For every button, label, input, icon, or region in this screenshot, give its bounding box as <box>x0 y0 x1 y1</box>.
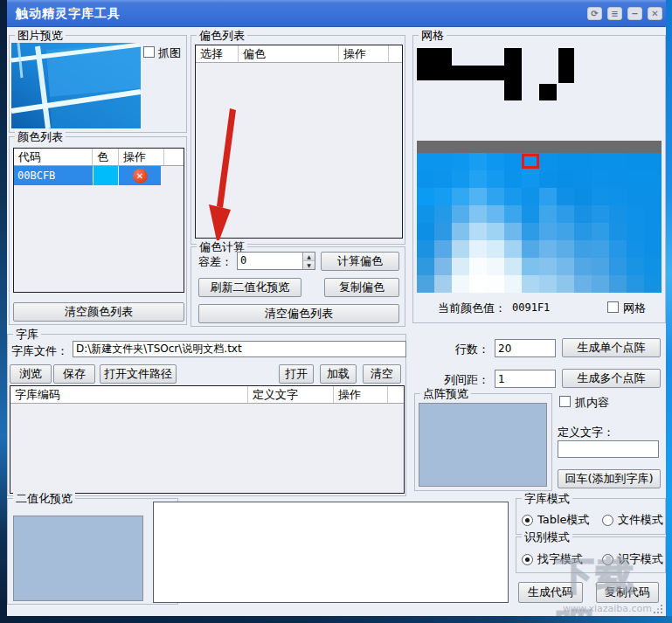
group-offcolor-list: 偏色列表 选择 偏色 操作 <box>191 35 405 245</box>
refresh-binary-button[interactable]: 刷新二值化预览 <box>198 278 301 297</box>
spin-down-icon[interactable]: ▼ <box>303 261 315 269</box>
group-offcolor-calc: 偏色计算 容差： 0 ▲ ▼ 计算偏色 刷新二值化预览 复制偏色 清空偏色列表 <box>191 246 405 327</box>
group-image-preview: 图片预览 抓图 <box>9 35 187 133</box>
current-color-label: 当前颜色值： <box>438 301 506 316</box>
glyph-pixel-block <box>417 48 452 66</box>
desktop-edge-left <box>0 0 7 623</box>
radio-icon <box>602 515 613 526</box>
col-header-op: 操作 <box>339 45 389 62</box>
color-swatch <box>93 166 119 185</box>
grab-content-label: 抓内容 <box>575 395 609 411</box>
radio-label: 识字模式 <box>618 551 663 567</box>
radio-table-mode[interactable]: Table模式 <box>522 512 590 528</box>
radio-ocr-mode[interactable]: 识字模式 <box>602 551 663 567</box>
load-button[interactable]: 加载 <box>320 364 357 384</box>
generate-code-button[interactable]: 生成代码 <box>518 582 583 603</box>
resize-grip[interactable] <box>652 603 654 605</box>
col-header-filler <box>389 45 402 62</box>
tolerance-value: 0 <box>240 254 246 267</box>
color-row[interactable]: 00BCFB ✕ <box>14 166 161 185</box>
recog-mode-label: 识别模式 <box>522 530 572 543</box>
glyph-pixel-block <box>504 48 522 100</box>
calc-offcolor-button[interactable]: 计算偏色 <box>321 252 399 271</box>
menu-icon[interactable]: ≡ <box>607 7 622 20</box>
tolerance-spinner[interactable]: 0 ▲ ▼ <box>237 252 315 270</box>
tolerance-label: 容差： <box>198 254 232 270</box>
lib-mode-label: 字库模式 <box>522 492 572 505</box>
screen: 触动精灵字库工具 ⟳ ≡ − ✕ 图片预览 <box>0 0 672 623</box>
open-button[interactable]: 打开 <box>279 364 314 384</box>
group-color-list: 颜色列表 代码 色 操作 00BCFB ✕ 清空颜色列表 <box>9 136 187 325</box>
clear-color-list-button[interactable]: 清空颜色列表 <box>13 302 184 322</box>
gap-label: 列间距： <box>419 372 489 388</box>
col-header-offcolor: 偏色 <box>239 45 339 62</box>
group-font-lib: 字库 字库文件： 浏览 保存 打开文件路径 打开 加载 清空 字库编码 定义文字… <box>7 334 406 496</box>
glyph-pixel-block <box>417 66 505 80</box>
image-preview-label: 图片预览 <box>15 29 66 42</box>
minimize-icon[interactable]: − <box>627 7 642 20</box>
gap-input[interactable] <box>495 370 556 388</box>
group-lib-mode: 字库模式 Table模式 文件模式 <box>516 498 666 535</box>
grid-checkbox[interactable] <box>607 301 619 313</box>
radio-find-text-mode[interactable]: 找字模式 <box>522 551 583 567</box>
color-table: 代码 色 操作 00BCFB ✕ <box>13 148 184 293</box>
col-header-font-code: 字库编码 <box>10 386 248 403</box>
pixel-zoom-grid[interactable] <box>417 153 662 293</box>
copy-offcolor-button[interactable]: 复制偏色 <box>324 278 399 297</box>
binary-preview-box <box>13 516 143 601</box>
col-header-filler <box>164 149 184 165</box>
image-preview[interactable] <box>11 43 141 128</box>
color-code-cell: 00BCFB <box>14 166 93 185</box>
offcolor-list-label: 偏色列表 <box>197 29 247 42</box>
clear-offcolor-button[interactable]: 清空偏色列表 <box>198 304 399 323</box>
font-code-table: 字库编码 定义文字 操作 <box>10 385 405 494</box>
glyph-pixel-block <box>539 84 557 100</box>
zoom-view-topbar <box>417 141 662 153</box>
lib-file-input[interactable] <box>73 341 406 357</box>
clear-button[interactable]: 清空 <box>363 364 401 384</box>
dot-matrix-preview-box <box>419 403 547 487</box>
define-text-input[interactable] <box>558 440 659 458</box>
col-header-op: 操作 <box>334 386 388 403</box>
binary-preview-label: 二值化预览 <box>13 492 75 505</box>
lib-file-label: 字库文件： <box>11 343 68 359</box>
color-list-label: 颜色列表 <box>15 130 66 143</box>
delete-icon[interactable]: ✕ <box>133 169 148 183</box>
spin-up-icon[interactable]: ▲ <box>303 253 315 261</box>
current-color-value: 0091F1 <box>512 301 550 314</box>
copy-code-button[interactable]: 复制代码 <box>596 582 659 603</box>
dot-matrix-preview-label: 点阵预览 <box>420 387 471 400</box>
titlebar[interactable]: 触动精灵字库工具 ⟳ ≡ − ✕ <box>7 0 666 27</box>
col-header-code: 代码 <box>14 149 93 165</box>
enter-add-to-lib-button[interactable]: 回车(添加到字库) <box>558 469 661 488</box>
desktop-edge-right <box>666 0 672 623</box>
grab-image-checkbox[interactable] <box>143 46 155 58</box>
open-file-path-button[interactable]: 打开文件路径 <box>100 364 177 384</box>
radio-file-mode[interactable]: 文件模式 <box>602 512 663 528</box>
grab-image-label: 抓图 <box>158 45 181 61</box>
rows-input[interactable] <box>495 339 556 357</box>
radio-label: Table模式 <box>537 512 590 528</box>
col-header-color: 色 <box>93 149 119 165</box>
close-icon[interactable]: ✕ <box>648 7 662 20</box>
save-button[interactable]: 保存 <box>53 364 95 384</box>
window-controls: ⟳ ≡ − ✕ <box>587 7 662 20</box>
output-text-area[interactable] <box>153 502 509 603</box>
radio-label: 文件模式 <box>618 512 663 528</box>
gen-multi-matrix-button[interactable]: 生成多个点阵 <box>562 369 661 388</box>
radio-label: 找字模式 <box>537 551 583 567</box>
spinner-buttons: ▲ ▼ <box>302 253 315 269</box>
col-header-defined-text: 定义文字 <box>248 386 334 403</box>
browse-button[interactable]: 浏览 <box>10 364 52 384</box>
col-header-op: 操作 <box>119 149 164 165</box>
group-dot-matrix-preview: 点阵预览 <box>414 393 552 491</box>
gen-single-matrix-button[interactable]: 生成单个点阵 <box>562 338 661 357</box>
glyph-pixel-block <box>558 48 574 83</box>
rows-label: 行数： <box>419 342 489 357</box>
radio-icon <box>522 515 533 526</box>
refresh-icon[interactable]: ⟳ <box>587 7 602 20</box>
grab-content-checkbox[interactable] <box>559 396 571 407</box>
group-recog-mode: 识别模式 找字模式 识字模式 <box>516 536 666 573</box>
window-title: 触动精灵字库工具 <box>16 0 121 27</box>
group-grid-panel: 网格 当前颜色值： 0091F1 网格 <box>412 35 666 323</box>
